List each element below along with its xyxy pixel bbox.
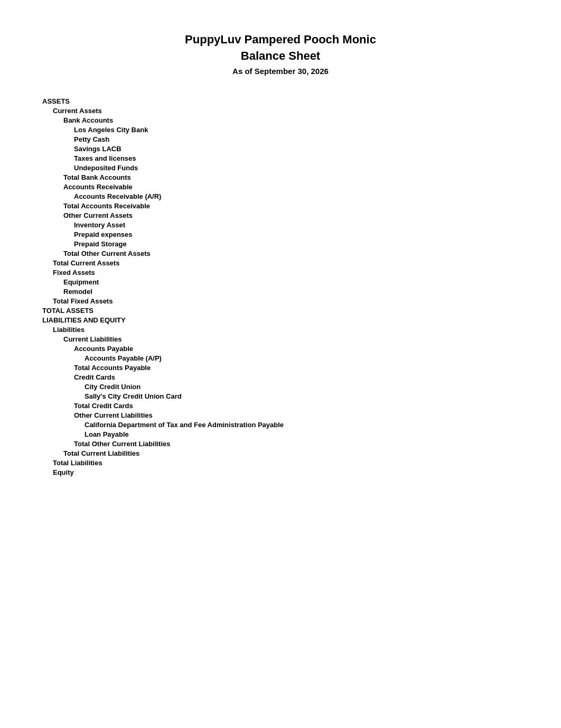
other-current-assets: Other Current Assets	[63, 211, 519, 220]
liabilities-equity-header: LIABILITIES AND EQUITY	[42, 316, 519, 325]
accounts-payable: Accounts Payable	[74, 344, 519, 354]
remodel: Remodel	[63, 287, 519, 297]
accounts-receivable: Accounts Receivable	[63, 182, 519, 192]
credit-cards: Credit Cards	[74, 373, 519, 382]
assets-header: ASSETS	[42, 97, 519, 106]
ca-dept-tax: California Department of Tax and Fee Adm…	[85, 420, 519, 430]
current-liabilities: Current Liabilities	[63, 335, 519, 344]
sallys-credit-union: Sally's City Credit Union Card	[85, 392, 519, 401]
total-bank-accounts: Total Bank Accounts	[63, 173, 519, 182]
report-body: ASSETSCurrent AssetsBank AccountsLos Ang…	[42, 97, 519, 477]
petty-cash: Petty Cash	[74, 135, 519, 144]
total-other-current-assets: Total Other Current Assets	[63, 249, 519, 259]
other-current-liabilities: Other Current Liabilities	[74, 411, 519, 420]
prepaid-expenses: Prepaid expenses	[74, 230, 519, 239]
company-name: PuppyLuv Pampered Pooch Monic Balance Sh…	[42, 32, 519, 64]
total-other-current-liabilities: Total Other Current Liabilities	[74, 439, 519, 449]
undeposited-funds: Undeposited Funds	[74, 163, 519, 173]
total-fixed-assets: Total Fixed Assets	[53, 297, 519, 306]
total-current-liabilities: Total Current Liabilities	[63, 449, 519, 458]
fixed-assets: Fixed Assets	[53, 268, 519, 278]
equity: Equity	[53, 468, 519, 477]
la-city-bank: Los Angeles City Bank	[74, 125, 519, 135]
ar-ar: Accounts Receivable (A/R)	[74, 192, 519, 201]
report-date: As of September 30, 2026	[42, 67, 519, 76]
savings-lacb: Savings LACB	[74, 144, 519, 154]
total-assets: TOTAL ASSETS	[42, 306, 519, 316]
bank-accounts: Bank Accounts	[63, 116, 519, 125]
city-credit-union: City Credit Union	[85, 382, 519, 392]
total-ar: Total Accounts Receivable	[63, 201, 519, 211]
total-accounts-payable: Total Accounts Payable	[74, 363, 519, 373]
inventory-asset: Inventory Asset	[74, 220, 519, 230]
total-liabilities: Total Liabilities	[53, 458, 519, 468]
current-assets: Current Assets	[53, 106, 519, 116]
report-header: PuppyLuv Pampered Pooch Monic Balance Sh…	[42, 32, 519, 76]
loan-payable: Loan Payable	[85, 430, 519, 439]
taxes-licenses: Taxes and licenses	[74, 154, 519, 163]
total-current-assets: Total Current Assets	[53, 259, 519, 268]
equipment: Equipment	[63, 278, 519, 287]
liabilities: Liabilities	[53, 325, 519, 335]
total-credit-cards: Total Credit Cards	[74, 401, 519, 411]
ap-ap: Accounts Payable (A/P)	[85, 354, 519, 363]
prepaid-storage: Prepaid Storage	[74, 239, 519, 249]
